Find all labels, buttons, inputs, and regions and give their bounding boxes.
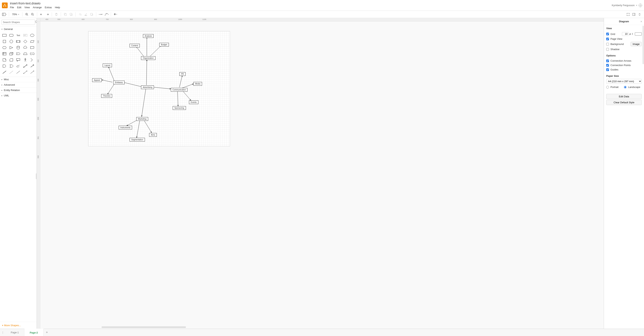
shape-dir-thin[interactable] bbox=[29, 70, 35, 75]
shape-document[interactable] bbox=[29, 45, 35, 50]
conn-arrows-checkbox[interactable] bbox=[606, 60, 609, 62]
shape-callout[interactable] bbox=[15, 57, 21, 62]
node-media[interactable]: Media bbox=[194, 82, 202, 86]
group-entity-relation[interactable]: ▸Entity Relation bbox=[0, 87, 36, 93]
shape-ellipse[interactable] bbox=[29, 33, 35, 38]
shape-tape[interactable] bbox=[29, 51, 35, 56]
shape-bidir-thin[interactable] bbox=[22, 70, 28, 75]
node-layout[interactable]: Layout bbox=[103, 64, 112, 67]
image-button[interactable]: Image bbox=[630, 42, 642, 46]
zoom-in-icon[interactable] bbox=[24, 12, 29, 17]
shape-circle[interactable] bbox=[8, 39, 14, 44]
node-advertising[interactable]: Advertising bbox=[141, 85, 154, 89]
shadow-checkbox[interactable] bbox=[606, 48, 609, 51]
shape-parallelogram[interactable] bbox=[29, 39, 35, 44]
redo-icon[interactable] bbox=[45, 12, 50, 17]
insert-icon[interactable]: +▾ bbox=[113, 12, 118, 17]
node-analysis[interactable]: Analysis bbox=[143, 34, 154, 38]
shape-or[interactable] bbox=[8, 64, 14, 69]
clear-style-button[interactable]: Clear Default Style bbox=[606, 100, 642, 105]
globe-icon[interactable] bbox=[639, 4, 642, 7]
undo-icon[interactable] bbox=[39, 12, 44, 17]
node-theories[interactable]: Theories bbox=[101, 94, 112, 98]
shape-square[interactable] bbox=[2, 39, 7, 44]
view-sidebar-toggle[interactable]: ▾ bbox=[2, 12, 7, 17]
shape-and[interactable] bbox=[2, 64, 7, 69]
grid-size-input[interactable] bbox=[622, 32, 628, 36]
node-budget[interactable]: Budget bbox=[159, 43, 169, 47]
shape-bidir-arrow[interactable] bbox=[22, 64, 28, 69]
portrait-radio[interactable] bbox=[606, 86, 609, 89]
tab-page-1[interactable]: Page-1 bbox=[5, 329, 24, 336]
collapse-expand-icon[interactable] bbox=[637, 12, 642, 17]
shape-hexagon[interactable] bbox=[2, 45, 7, 50]
node-aims[interactable]: Aims bbox=[149, 133, 157, 137]
zoom-out-icon[interactable] bbox=[30, 12, 35, 17]
landscape-radio[interactable] bbox=[624, 86, 626, 89]
panel-scrollbar[interactable] bbox=[643, 26, 644, 64]
shape-rectangle[interactable] bbox=[2, 33, 7, 38]
node-appeal[interactable]: Appeal bbox=[92, 78, 102, 82]
node-marketing[interactable]: Marketing bbox=[136, 117, 148, 121]
horizontal-scrollbar[interactable] bbox=[102, 326, 186, 328]
tabs-menu-icon[interactable]: ⋮ bbox=[0, 329, 5, 336]
shape-text[interactable]: Text bbox=[15, 33, 21, 38]
menu-help[interactable]: Help bbox=[55, 6, 60, 9]
more-shapes-button[interactable]: +More Shapes... bbox=[0, 322, 36, 329]
tab-add-button[interactable]: + bbox=[44, 329, 50, 336]
search-input[interactable] bbox=[3, 21, 35, 24]
node-events[interactable]: Events bbox=[189, 100, 198, 104]
fullscreen-icon[interactable] bbox=[626, 12, 630, 17]
shape-dashed-line[interactable] bbox=[8, 70, 14, 75]
shape-internal-storage[interactable] bbox=[2, 51, 7, 56]
tab-page-2[interactable]: Page-2 bbox=[24, 329, 44, 336]
group-general[interactable]: ▾General bbox=[0, 26, 36, 32]
menu-extras[interactable]: Extras bbox=[45, 6, 52, 9]
shape-trapezoid[interactable] bbox=[22, 51, 28, 56]
shape-step[interactable] bbox=[15, 51, 21, 56]
waypoint-style-icon[interactable]: ▾ bbox=[104, 12, 109, 17]
menu-arrange[interactable]: Arrange bbox=[33, 6, 42, 9]
user-area[interactable]: Kymberly Fergusson ▾ bbox=[612, 4, 642, 7]
node-organization[interactable]: Organization bbox=[141, 56, 156, 60]
grid-color-swatch[interactable] bbox=[635, 33, 642, 36]
conn-points-checkbox[interactable] bbox=[606, 64, 609, 67]
canvas-area[interactable]: 45050060070080090010001100 2003004005006… bbox=[37, 18, 604, 329]
menu-edit[interactable]: Edit bbox=[17, 6, 21, 9]
shape-note[interactable] bbox=[2, 57, 7, 62]
background-checkbox[interactable] bbox=[606, 43, 609, 46]
menu-file[interactable]: File bbox=[10, 6, 14, 9]
node-instruments[interactable]: Instruments bbox=[119, 126, 132, 129]
guides-checkbox[interactable] bbox=[606, 68, 609, 71]
shape-actor[interactable] bbox=[22, 57, 28, 62]
shape-cloud[interactable] bbox=[22, 45, 28, 50]
canvas-viewport[interactable]: Analysis Content Budget Organization Lay… bbox=[40, 22, 604, 329]
connection-style-icon[interactable]: ▾ bbox=[98, 12, 103, 17]
shape-rounded-rect[interactable] bbox=[8, 33, 14, 38]
node-content[interactable]: Content bbox=[130, 44, 140, 47]
diagram-page[interactable]: Analysis Content Budget Organization Lay… bbox=[88, 31, 230, 146]
pageview-checkbox[interactable] bbox=[606, 38, 609, 40]
shape-card[interactable] bbox=[8, 57, 14, 62]
node-communication[interactable]: Communication bbox=[171, 88, 188, 92]
shape-triangle[interactable] bbox=[8, 45, 14, 50]
group-misc[interactable]: ▸Misc bbox=[0, 77, 36, 82]
shape-line2[interactable] bbox=[15, 70, 21, 75]
group-advanced[interactable]: ▸Advanced bbox=[0, 82, 36, 87]
app-logo[interactable] bbox=[2, 3, 8, 8]
document-title[interactable]: insert-from-text.drawio bbox=[10, 2, 60, 5]
search-shapes[interactable] bbox=[2, 20, 35, 25]
shape-process[interactable] bbox=[15, 39, 21, 44]
shape-curly-right[interactable] bbox=[29, 57, 35, 62]
shape-data-storage[interactable] bbox=[15, 64, 21, 69]
node-sponsoring[interactable]: Sponsoring bbox=[173, 106, 186, 110]
node-embassy[interactable]: Embassy bbox=[113, 81, 124, 84]
close-icon[interactable]: × bbox=[640, 20, 642, 23]
zoom-select[interactable]: 70%▾ bbox=[11, 13, 20, 16]
node-segmentation[interactable]: Segmentation bbox=[130, 138, 145, 141]
group-uml[interactable]: ▸UML bbox=[0, 93, 36, 98]
format-panel-toggle-icon[interactable] bbox=[631, 12, 636, 17]
shape-cube[interactable] bbox=[8, 51, 14, 56]
paper-size-select[interactable]: A4 (210 mm x 297 mm) bbox=[606, 79, 642, 84]
shape-textbox[interactable] bbox=[22, 33, 28, 38]
